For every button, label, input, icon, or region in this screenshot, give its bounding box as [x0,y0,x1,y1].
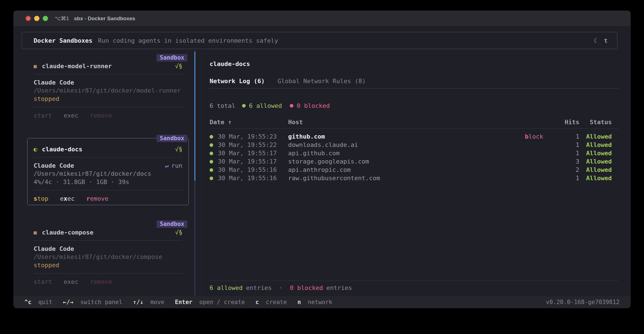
keybinding-key: ↑/↓ [133,299,144,305]
sandbox-card-claude-docs[interactable]: Sandbox ◐ claude-docs √§ Claude Code ↵ru… [27,138,189,205]
row-date: 30 Mar, 19:55:22 [218,141,288,148]
exec-action[interactable]: exec [60,195,75,202]
close-window-icon[interactable] [26,16,31,21]
table-row[interactable]: 30 Mar, 19:55:17 storage.googleapis.com … [210,157,612,165]
keybinding-label: switch panel [80,299,122,305]
row-hits: 1 [543,150,579,157]
running-status-icon: ◐ [34,146,42,153]
row-host: raw.githubusercontent.com [288,175,380,182]
summary-allowed: 6 allowed [249,102,282,109]
allowed-dot-icon [210,152,213,155]
row-date: 30 Mar, 19:55:16 [218,175,288,182]
block-action-hint[interactable]: block [525,133,543,140]
detail-title: claude-docs [210,58,250,69]
column-host[interactable]: Host [288,119,543,126]
column-date-sort[interactable]: Date ↑ [210,119,288,126]
app-content: Docker Sandboxes Run coding agents in is… [13,27,631,308]
table-footer-divider [210,281,618,281]
table-row[interactable]: 30 Mar, 19:55:16 raw.githubusercontent.c… [210,174,612,182]
keybinding-key: Enter [175,299,192,305]
titlebar: ⌥⌘1 sbx - Docker Sandboxes [13,11,631,27]
check-indicator-icon: √ [175,229,179,236]
row-host: api.github.com [288,150,339,157]
stopped-status-icon: ■ [34,229,42,235]
status-bar: ^c quit ←/→ switch panel ↑/↓ move Enter … [13,296,631,308]
agent-name: Claude Code [34,245,74,252]
run-hint[interactable]: ↵run [165,162,182,169]
allowed-dot-icon [242,104,246,108]
stop-action[interactable]: stop [34,195,48,202]
table-row[interactable]: 30 Mar, 19:55:22 downloads.claude.ai 1 A… [210,141,612,149]
row-status: Allowed [579,133,612,140]
check-indicator-icon: √ [175,63,179,70]
allowed-dot-icon [210,160,213,164]
exec-action[interactable]: exec [64,112,78,119]
allowed-dot-icon [210,177,213,180]
section-indicator-icon: § [179,146,182,153]
tab-shortcut: ⌥⌘1 [55,15,69,22]
keybinding-label: move [150,299,164,305]
keybinding-hint: ←/→ switch panel [63,299,122,305]
allowed-dot-icon [210,135,213,139]
app-window: ⌥⌘1 sbx - Docker Sandboxes Docker Sandbo… [13,11,631,308]
footer-entries-word: entries [246,284,272,291]
keybinding-key: n [297,299,301,305]
table-row[interactable]: 30 Mar, 19:55:16 api.anthropic.com 2 All… [210,165,612,174]
panel-scrollbar-track[interactable] [194,51,195,299]
footer-entries-word: entries [326,284,352,291]
column-status[interactable]: Status [579,119,612,126]
row-host: downloads.claude.ai [288,141,358,148]
table-footer: 6 allowed entries · 0 blocked entries [210,282,352,293]
row-date: 30 Mar, 19:55:23 [218,133,288,140]
sandbox-type-badge: Sandbox [157,220,187,228]
allowed-dot-icon [210,143,213,147]
network-log-rows: 30 Mar, 19:55:23 github.com block 1 Allo… [210,132,612,182]
sandbox-path: /Users/mikesir87/git/docker/docs [34,170,182,178]
row-host: api.anthropic.com [288,166,351,173]
keybinding-label: create [266,299,287,305]
section-indicator-icon: § [179,229,182,236]
panel-scrollbar-thumb[interactable] [194,51,195,181]
summary-blocked: 0 blocked [297,102,330,109]
tab-network-log[interactable]: Network Log (6) [210,78,265,85]
row-hits: 1 [543,141,579,148]
row-status: Allowed [579,150,612,157]
card-divider [34,240,182,241]
zoom-window-icon[interactable] [43,16,48,21]
tab-global-network-rules[interactable]: Global Network Rules (8) [278,78,366,85]
check-indicator-icon: √ [175,146,179,153]
detail-tabs: Network Log (6) Global Network Rules (8) [210,75,366,86]
exec-action[interactable]: exec [64,278,78,285]
column-hits[interactable]: Hits [543,119,579,126]
keybinding-hint: ↑/↓ move [133,299,164,305]
sandbox-status: stopped [34,261,182,269]
detail-panel: claude-docs Network Log (6) Global Netwo… [210,27,618,308]
sandbox-name: claude-compose [42,229,93,236]
start-action[interactable]: start [34,278,52,285]
remove-action[interactable]: remove [90,278,112,285]
row-host: storage.googleapis.com [288,158,369,165]
minimize-window-icon[interactable] [34,16,39,21]
table-row[interactable]: 30 Mar, 19:55:23 github.com block 1 Allo… [210,132,612,141]
keybinding-label: quit [38,299,52,305]
remove-action[interactable]: remove [90,112,112,119]
remove-action[interactable]: remove [86,195,108,202]
sandbox-card-claude-compose[interactable]: Sandbox ■ claude-compose √§ Claude Code … [27,220,189,287]
sandbox-path: /Users/mikesir87/git/docker/compose [34,253,182,261]
sandbox-name: claude-docs [42,146,82,153]
sandbox-stats: 4%/4c · 31.8GB · 1GB · 39s [34,178,182,186]
blocked-dot-icon [290,104,293,108]
card-divider [34,157,182,157]
sandbox-type-badge: Sandbox [157,135,187,142]
keybinding-key: ^c [24,299,31,305]
traffic-summary: 6 total 6 allowed 0 blocked [210,100,330,111]
sandbox-card-claude-model-runner[interactable]: Sandbox ■ claude-model-runner √§ Claude … [27,53,189,120]
sandbox-path: /Users/mikesir87/git/docker/model-runner [34,86,182,95]
summary-total: 6 total [210,102,235,109]
table-row[interactable]: 30 Mar, 19:55:17 api.github.com 1 Allowe… [210,149,612,157]
start-action[interactable]: start [34,112,52,119]
enter-key-icon: ↵ [165,162,168,169]
keybinding-hint: ^c quit [24,299,52,305]
panel-divider [202,51,202,299]
row-status: Allowed [579,166,612,173]
